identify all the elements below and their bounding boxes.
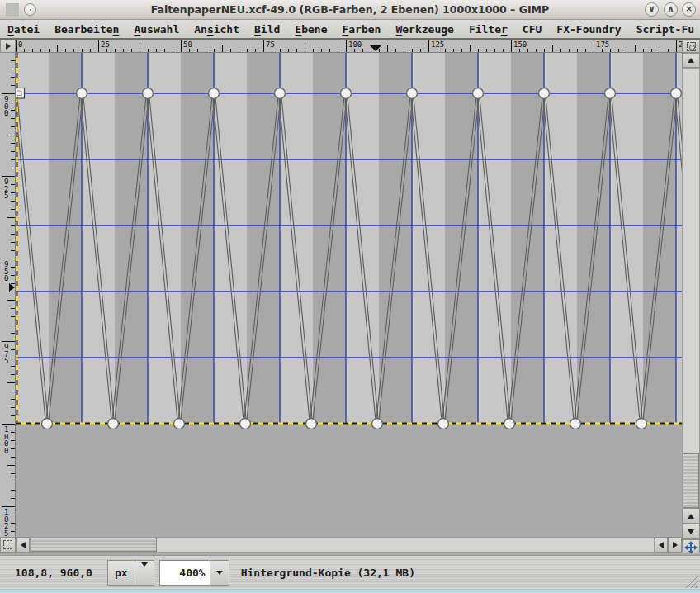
maximize-button[interactable]: ∧ [664, 2, 678, 17]
mouse-y-marker [9, 283, 15, 292]
scroll-left-button[interactable] [16, 537, 30, 553]
zoom-input[interactable]: 400% [159, 560, 210, 586]
cursor-position: 108,8, 960,0 [15, 567, 104, 579]
svg-text:200: 200 [679, 40, 682, 49]
status-bar: 108,8, 960,0 px 400% Hintergrund-Kopie (… [0, 555, 700, 590]
window-bottom-edge [0, 590, 700, 593]
scroll-left-button-secondary[interactable] [655, 537, 668, 553]
vertical-scrollbar[interactable] [682, 68, 700, 508]
vertical-scrollbar-thumb[interactable] [683, 453, 699, 508]
svg-text:0: 0 [4, 274, 8, 282]
horizontal-scrollbar-thumb[interactable] [31, 538, 157, 552]
arrow-left-icon [21, 542, 26, 548]
menu-auswahl[interactable]: Auswahl [126, 23, 187, 36]
zoom-combo: 400% [159, 560, 229, 586]
svg-text:0: 0 [4, 447, 8, 455]
image-canvas[interactable] [16, 53, 682, 537]
menu-werkzeuge[interactable]: Werkzeuge [388, 23, 461, 36]
arrow-down-icon [688, 529, 694, 534]
scroll-down-button[interactable] [682, 524, 700, 539]
menu-cfu[interactable]: CFU [515, 23, 549, 36]
close-button[interactable]: × [682, 2, 696, 17]
menu-fx-foundry[interactable]: FX-Foundry [549, 23, 628, 36]
arrow-up-icon [688, 514, 694, 519]
arrow-up-icon [688, 58, 694, 63]
menu-datei[interactable]: Datei [0, 23, 47, 36]
minimize-button[interactable]: ∨ [645, 2, 659, 17]
chevron-down-icon [216, 571, 223, 575]
resize-grip[interactable] [685, 576, 698, 588]
scroll-right-button[interactable] [668, 537, 682, 553]
svg-text:0: 0 [4, 109, 8, 117]
unit-label: px [108, 567, 135, 579]
svg-text:100: 100 [348, 40, 362, 49]
svg-text:5: 5 [4, 192, 8, 200]
menu-bar: DateiBearbeitenAuswahlAnsichtBildEbeneFa… [0, 20, 700, 40]
scroll-up-button-secondary[interactable] [682, 508, 700, 524]
zoom-follow-window-toggle[interactable] [682, 40, 700, 53]
svg-text:5: 5 [4, 357, 8, 365]
svg-text:75: 75 [266, 40, 275, 49]
canvas-drawing [16, 53, 682, 537]
gimp-window: FaltenpaperNEU.xcf-49.0 (RGB-Farben, 2 E… [0, 0, 700, 593]
quick-mask-toggle[interactable] [0, 537, 16, 553]
arrow-right-icon [673, 542, 678, 548]
triangle-right-icon [6, 43, 11, 50]
menu-ebene[interactable]: Ebene [287, 23, 334, 36]
svg-text:50: 50 [183, 40, 192, 49]
svg-text:150: 150 [513, 40, 527, 49]
image-menu-button[interactable] [0, 40, 16, 53]
h-ruler-scale: 0255075100125150175200 [16, 40, 682, 53]
arrow-left-icon [659, 542, 664, 548]
chevron-down-icon [135, 567, 154, 579]
window-title: FaltenpaperNEU.xcf-49.0 (RGB-Farben, 2 E… [0, 0, 700, 20]
menu-script-fu[interactable]: Script-Fu [629, 23, 700, 36]
zoom-fit-icon [687, 42, 696, 51]
svg-text:5: 5 [4, 529, 8, 538]
menu-bearbeiten[interactable]: Bearbeiten [47, 23, 126, 36]
scroll-up-button[interactable] [682, 53, 700, 68]
off-canvas-area [16, 424, 682, 537]
svg-text:175: 175 [596, 40, 609, 49]
zoom-dropdown-button[interactable] [210, 560, 229, 586]
horizontal-ruler[interactable]: 0255075100125150175200 [16, 40, 682, 53]
status-message: Hintergrund-Kopie (32,1 MB) [241, 567, 415, 579]
unit-dropdown[interactable]: px [107, 560, 154, 586]
quick-mask-icon [3, 540, 12, 549]
menu-filter[interactable]: Filter [461, 23, 515, 36]
title-bar[interactable]: FaltenpaperNEU.xcf-49.0 (RGB-Farben, 2 E… [0, 0, 700, 20]
menu-bild[interactable]: Bild [247, 23, 287, 36]
vertical-ruler[interactable]: 90092595097510001025 [0, 53, 16, 537]
v-ruler-scale: 90092595097510001025 [0, 53, 16, 537]
svg-text:125: 125 [431, 40, 444, 49]
menu-ansicht[interactable]: Ansicht [187, 23, 247, 36]
svg-text:0: 0 [18, 40, 22, 49]
menu-farben[interactable]: Farben [334, 23, 388, 36]
svg-text:25: 25 [101, 40, 110, 49]
